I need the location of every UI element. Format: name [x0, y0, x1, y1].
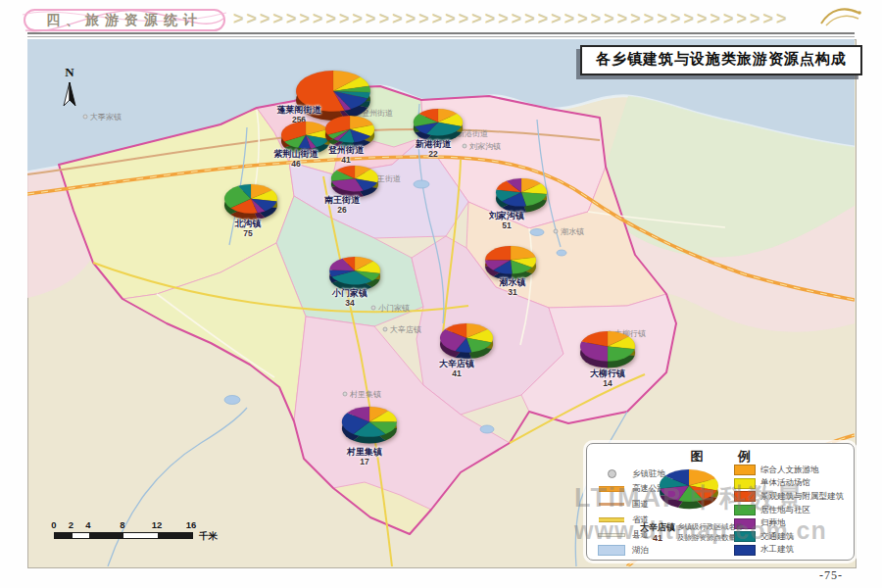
scale-segment: [55, 533, 73, 538]
settlement-dot: [83, 115, 87, 119]
scale-segment: [123, 533, 158, 538]
legend-row-category: 综合人文旅游地: [734, 464, 844, 477]
legend-row-expressway: 高速公路: [597, 482, 665, 498]
scale-bar: 02481216 千米: [54, 519, 240, 545]
basemap-town-label: 大柳行镇: [614, 329, 646, 338]
category-swatch: [734, 545, 756, 556]
basemap-town-label: 刘家沟镇: [469, 142, 501, 151]
point-symbol: [597, 469, 626, 478]
section-title: 四、旅游资源统计: [20, 6, 229, 34]
section-ribbon: 四、旅游资源统计: [20, 6, 229, 34]
settlement-dot: [383, 327, 387, 331]
chevron-decoration: >>>>>>>>>>>>>>>>>>>>>>>>>>>>>>>>>>>>>>>>…: [233, 7, 813, 30]
lake-symbol: [597, 545, 626, 556]
legend-category-items: 综合人文旅游地单体活动场馆景观建筑与附属型建筑居住地与社区归葬地交通建筑水工建筑: [734, 464, 844, 557]
category-swatch: [734, 505, 756, 515]
settlement-dot: [343, 392, 347, 396]
report-page: 四、旅游资源统计 >>>>>>>>>>>>>>>>>>>>>>>>>>>>>>>…: [0, 0, 882, 588]
scale-tick: 12: [152, 519, 163, 530]
scale-segment: [73, 533, 90, 538]
header-rule-bottom: [27, 36, 855, 37]
scale-segment: [158, 533, 192, 538]
basemap-town-label: 小门家镇: [378, 304, 410, 313]
legend-row-national: 国道: [597, 497, 665, 513]
category-label: 交通建筑: [760, 531, 794, 543]
legend-box: 图 例 乡镇驻地高速公路国道省道县道湖泊 综合人文旅游地单体活动场馆景观建筑与附…: [586, 443, 855, 561]
legend-row-category: 水工建筑: [734, 544, 844, 558]
provincial-symbol: [597, 517, 626, 522]
settlement-dot: [450, 131, 454, 135]
category-label: 归葬地: [760, 517, 786, 529]
legend-sample-desc1: 乡镇级行政区域名称: [677, 522, 744, 532]
legend-sample-pie: [658, 467, 720, 514]
legend-row-category: 交通建筑: [734, 530, 844, 544]
scale-segment: [89, 533, 123, 538]
settlement-dot: [554, 229, 558, 233]
legend-label: 湖泊: [632, 545, 649, 557]
settlement-dot: [608, 331, 612, 335]
legend-label: 国道: [632, 499, 649, 511]
legend-row-point: 乡镇驻地: [597, 466, 665, 482]
scale-unit: 千米: [199, 530, 218, 543]
north-arrow-icon: [61, 80, 78, 110]
scale-tick: 0: [51, 519, 56, 530]
phoenix-icon: [817, 4, 864, 29]
category-swatch: [734, 531, 756, 542]
legend-row-category: 归葬地: [734, 516, 844, 530]
category-swatch: [734, 478, 756, 489]
legend-row-lake: 湖泊: [597, 543, 665, 559]
north-arrow: N: [57, 65, 82, 114]
expressway-symbol: [597, 486, 626, 492]
map-title: 各乡镇建筑与设施类旅游资源点构成: [580, 45, 862, 75]
legend-row-category: 居住地与社区: [734, 504, 844, 517]
legend-sample-desc2: 及旅游资源点数量: [677, 533, 736, 543]
north-label: N: [57, 65, 82, 80]
basemap-town-label: 登州街道: [362, 109, 393, 118]
scale-segments: [54, 532, 193, 539]
category-label: 单体活动场馆: [760, 477, 810, 489]
legend-row-category: 单体活动场馆: [734, 477, 844, 491]
township-polygons: [59, 86, 676, 534]
basemap-town-label: 村里集镇: [349, 390, 381, 399]
scale-tick: 4: [85, 519, 90, 530]
legend-basemap-items: 乡镇驻地高速公路国道省道县道湖泊: [597, 466, 665, 559]
national-symbol: [597, 503, 626, 506]
scale-tick: 8: [120, 519, 124, 530]
basemap-town-label: 南王街道: [369, 174, 401, 183]
category-label: 居住地与社区: [760, 505, 810, 516]
county-symbol: [597, 533, 626, 538]
category-label: 景观建筑与附属型建筑: [760, 491, 844, 503]
basemap-town-label: 大季家镇: [90, 113, 122, 122]
settlement-dot: [355, 111, 359, 115]
page-number: -75-: [819, 568, 843, 583]
legend-row-category: 景观建筑与附属型建筑: [734, 490, 844, 504]
settlement-dot: [363, 176, 367, 180]
scale-tick: 2: [69, 519, 74, 530]
basemap-town-label: 大辛店镇: [390, 325, 421, 334]
settlement-dot: [371, 306, 375, 310]
basemap-town-label: 潮水镇: [561, 227, 584, 236]
settlement-dot: [463, 144, 466, 148]
category-label: 综合人文旅游地: [760, 465, 819, 476]
basemap-town-label: 新港街道: [457, 129, 488, 138]
category-label: 水工建筑: [760, 544, 794, 556]
category-swatch: [734, 491, 756, 502]
category-swatch: [734, 465, 756, 475]
scale-tick: 16: [186, 519, 197, 530]
